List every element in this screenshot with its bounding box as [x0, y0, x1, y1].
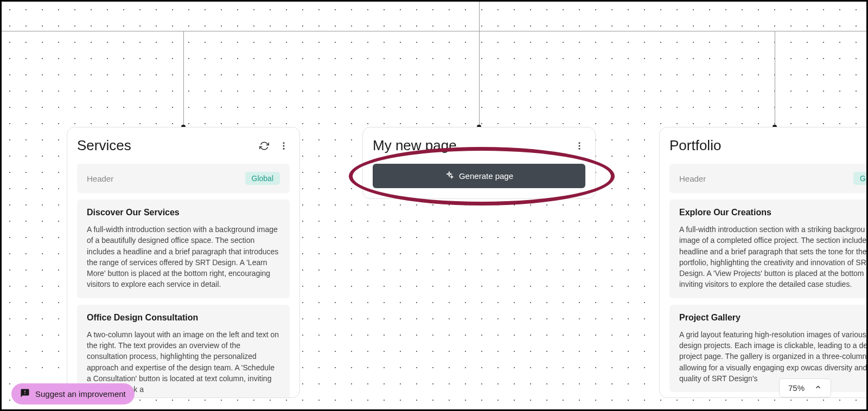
global-badge: G [853, 172, 868, 185]
tree-connector [183, 31, 184, 127]
svg-point-3 [579, 142, 580, 144]
section-label: Header [87, 174, 113, 183]
card-title: My new page [373, 137, 457, 154]
generate-page-button[interactable]: Generate page [373, 164, 585, 188]
tree-horizontal-line [2, 31, 866, 31]
page-card-newpage[interactable]: My new page Generate page [362, 127, 596, 199]
section-block[interactable]: Explore Our Creations A full-width intro… [669, 200, 868, 298]
card-header-actions [573, 140, 585, 152]
svg-point-5 [579, 147, 580, 149]
chevron-up-icon [814, 383, 822, 393]
svg-point-2 [283, 147, 285, 149]
more-vertical-icon[interactable] [573, 140, 585, 152]
suggest-improvement-button[interactable]: Suggest an improvement [11, 383, 135, 404]
section-title: Project Gallery [679, 313, 868, 323]
section-description: A grid layout featuring high-resolution … [679, 329, 868, 384]
section-label: Header [679, 174, 706, 183]
refresh-icon[interactable] [258, 140, 270, 152]
tree-connector [479, 31, 480, 127]
card-title: Services [77, 137, 131, 154]
header-section-block[interactable]: Header Global [77, 164, 290, 193]
canvas[interactable]: Services Header Global Discover Our Serv… [2, 2, 866, 409]
section-title: Office Design Consultation [87, 313, 280, 323]
svg-point-0 [283, 142, 285, 144]
page-card-portfolio[interactable]: Portfolio Header G Explore Our Creations… [659, 127, 868, 398]
page-card-services[interactable]: Services Header Global Discover Our Serv… [67, 127, 300, 398]
card-header-actions [258, 140, 290, 152]
card-header: Portfolio [669, 137, 868, 154]
card-header: Services [77, 137, 290, 154]
tree-root-line [479, 2, 480, 32]
section-block[interactable]: Project Gallery A grid layout featuring … [669, 305, 868, 392]
global-badge: Global [245, 172, 280, 185]
section-block[interactable]: Discover Our Services A full-width intro… [77, 200, 290, 298]
section-description: A full-width introduction section with a… [87, 224, 280, 290]
zoom-value: 75% [788, 383, 805, 393]
card-header: My new page [373, 137, 585, 154]
section-description: A full-width introduction section with a… [679, 224, 868, 290]
sparkle-icon [445, 171, 454, 181]
card-title: Portfolio [669, 137, 721, 154]
zoom-control[interactable]: 75% [779, 378, 831, 397]
tree-connector [775, 31, 775, 127]
section-title: Discover Our Services [87, 208, 280, 217]
svg-point-4 [579, 145, 580, 146]
section-title: Explore Our Creations [679, 208, 868, 217]
chat-alert-icon [20, 388, 30, 400]
more-vertical-icon[interactable] [278, 140, 290, 152]
suggest-label: Suggest an improvement [35, 389, 126, 399]
svg-point-1 [283, 145, 285, 146]
header-section-block[interactable]: Header G [669, 164, 868, 193]
generate-button-label: Generate page [459, 171, 513, 181]
